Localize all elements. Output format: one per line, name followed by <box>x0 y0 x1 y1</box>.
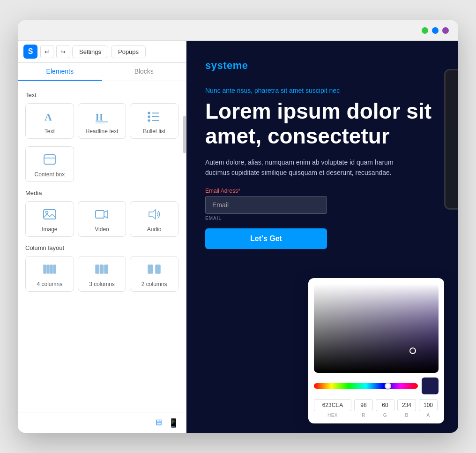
browser-window: S ↩ ↪ Settings Popups Elements Blocks Te… <box>18 20 458 433</box>
traffic-light-green[interactable] <box>422 27 428 34</box>
2columns-icon <box>147 262 161 278</box>
phone-mockup <box>444 69 458 210</box>
hue-slider[interactable] <box>314 383 418 389</box>
g-input[interactable] <box>376 399 394 411</box>
headline-label: Headline text <box>85 128 118 135</box>
element-audio[interactable]: Audio <box>130 201 178 237</box>
site-headline: Lorem ipsum dolor sit amet, consectetur <box>205 99 439 149</box>
g-label: G <box>383 413 387 418</box>
svg-point-6 <box>148 116 150 118</box>
desktop-view-button[interactable]: 🖥 <box>154 418 163 428</box>
hex-label: HEX <box>327 413 338 418</box>
3columns-icon <box>95 262 109 278</box>
svg-rect-19 <box>53 265 56 273</box>
site-logo: systeme <box>205 60 439 72</box>
popups-button[interactable]: Popups <box>111 45 146 58</box>
video-label: Video <box>95 226 109 233</box>
svg-rect-12 <box>44 210 56 219</box>
color-sliders-row <box>314 378 439 394</box>
a-field: A <box>419 399 438 418</box>
element-bulletlist[interactable]: Bullet list <box>130 103 178 139</box>
image-icon <box>43 207 57 223</box>
elements-panel: Text A Text <box>18 81 186 413</box>
site-description: Autem dolore, alias, numquam enim ab vol… <box>205 157 402 178</box>
element-image[interactable]: Image <box>25 201 74 237</box>
color-picker-popup: HEX R G B <box>308 278 444 423</box>
text-label: Text <box>45 128 55 135</box>
traffic-light-blue[interactable] <box>432 27 439 34</box>
svg-text:H: H <box>96 112 103 122</box>
settings-button[interactable]: Settings <box>72 45 108 58</box>
element-video[interactable]: Video <box>78 201 126 237</box>
element-headline[interactable]: H Headline text <box>78 103 126 139</box>
browser-content: S ↩ ↪ Settings Popups Elements Blocks Te… <box>18 41 458 433</box>
cta-button[interactable]: Let's Get <box>205 228 327 249</box>
color-gradient-area[interactable] <box>314 284 439 373</box>
element-3columns[interactable]: 3 columns <box>78 256 126 292</box>
4columns-icon <box>43 262 57 278</box>
media-element-grid: Image Video <box>25 201 178 237</box>
editor-tabs: Elements Blocks <box>18 63 186 81</box>
editor-toolbar: S ↩ ↪ Settings Popups <box>18 41 186 63</box>
a-input[interactable] <box>419 399 438 411</box>
element-4columns[interactable]: 4 columns <box>25 256 74 292</box>
svg-text:A: A <box>45 111 52 123</box>
hue-thumb <box>385 383 391 389</box>
svg-rect-17 <box>47 265 49 273</box>
b-input[interactable] <box>397 399 416 411</box>
svg-rect-23 <box>148 265 153 273</box>
editor-panel: S ↩ ↪ Settings Popups Elements Blocks Te… <box>18 41 186 433</box>
content-element-grid: Content box <box>25 146 178 182</box>
section-label-media: Media <box>25 189 178 196</box>
hex-input[interactable] <box>314 399 351 411</box>
editor-logo[interactable]: S <box>23 45 37 59</box>
mobile-view-button[interactable]: 📱 <box>168 418 178 428</box>
hex-field: HEX <box>314 399 351 418</box>
contentbox-icon <box>43 152 57 168</box>
g-field: G <box>376 399 394 418</box>
redo-button[interactable]: ↪ <box>56 45 69 58</box>
4columns-label: 4 columns <box>37 281 62 287</box>
svg-rect-10 <box>44 155 55 164</box>
scroll-handle[interactable] <box>183 116 186 153</box>
svg-marker-15 <box>149 210 156 219</box>
headline-icon: H <box>95 109 109 125</box>
undo-button[interactable]: ↩ <box>40 45 53 58</box>
canvas-area: systeme Nunc ante risus, pharetra sit am… <box>186 41 458 433</box>
3columns-label: 3 columns <box>89 281 115 287</box>
section-label-text: Text <box>25 91 178 98</box>
svg-rect-22 <box>104 265 108 273</box>
audio-icon <box>147 207 161 223</box>
section-label-columns: Column layout <box>25 244 178 251</box>
color-swatch <box>422 378 439 394</box>
element-text[interactable]: A Text <box>25 103 74 139</box>
b-field: B <box>397 399 416 418</box>
email-label: Email Adress* <box>205 188 439 194</box>
audio-label: Audio <box>147 226 162 233</box>
tab-elements[interactable]: Elements <box>18 63 102 81</box>
video-icon <box>95 207 109 223</box>
svg-rect-18 <box>50 265 52 273</box>
color-picker-dot[interactable] <box>409 347 416 354</box>
color-fields: HEX R G B <box>314 399 439 418</box>
r-field: R <box>354 399 373 418</box>
tab-blocks[interactable]: Blocks <box>102 63 186 81</box>
column-element-grid: 4 columns 3 columns <box>25 256 178 292</box>
traffic-light-purple[interactable] <box>442 27 449 34</box>
bulletlist-label: Bullet list <box>143 128 165 135</box>
svg-rect-21 <box>100 265 104 273</box>
svg-point-4 <box>148 112 150 114</box>
contentbox-label: Content box <box>34 171 65 178</box>
traffic-lights <box>422 27 449 34</box>
svg-rect-14 <box>96 211 104 218</box>
element-2columns[interactable]: 2 columns <box>130 256 178 292</box>
a-label: A <box>426 413 430 418</box>
r-input[interactable] <box>354 399 373 411</box>
element-contentbox[interactable]: Content box <box>25 146 74 182</box>
text-icon: A <box>43 109 57 125</box>
email-input[interactable]: Email <box>205 196 327 214</box>
2columns-label: 2 columns <box>141 281 167 287</box>
svg-rect-20 <box>96 265 99 273</box>
svg-point-13 <box>45 211 48 214</box>
email-input-hint: EMAIL <box>205 216 439 221</box>
